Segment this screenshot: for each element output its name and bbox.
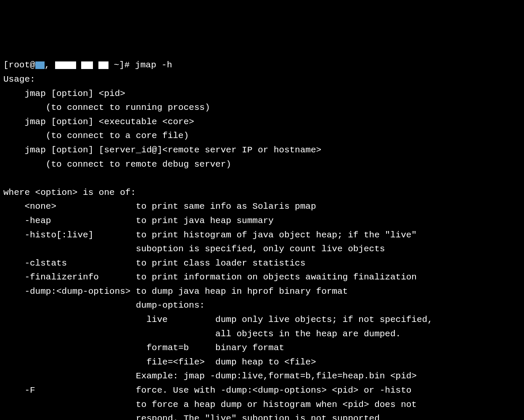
option-row: -finalizerinfo to print information on o… bbox=[3, 272, 417, 282]
option-desc: to force a heap dump or histogram when <… bbox=[136, 400, 417, 409]
option-row: live dump only live objects; if not spec… bbox=[3, 315, 433, 324]
option-row: file=<file> dump heap to <file> bbox=[3, 357, 316, 367]
redacted-host-2 bbox=[55, 61, 76, 69]
option-flag: -dump:<dump-options> bbox=[3, 287, 136, 296]
command-text[interactable]: jmap -h bbox=[135, 60, 172, 70]
option-flag: -histo[:live] bbox=[3, 230, 136, 240]
option-desc: to print same info as Solaris pmap bbox=[136, 202, 316, 211]
option-flag bbox=[3, 300, 136, 310]
option-row: -dump:<dump-options> to dump java heap i… bbox=[3, 287, 348, 296]
usage-line: jmap [option] <executable <core> bbox=[3, 117, 194, 127]
option-desc: to dump java heap in hprof binary format bbox=[136, 287, 348, 296]
usage-line: jmap [option] [server_id@]<remote server… bbox=[3, 145, 321, 155]
shell-prompt: [root@, ~]# jmap -h bbox=[3, 60, 172, 70]
option-row: -histo[:live] to print histogram of java… bbox=[3, 230, 417, 240]
prompt-middle: , bbox=[45, 60, 50, 70]
option-desc: format=b binary format bbox=[136, 343, 284, 353]
option-row: respond. The "live" suboption is not sup… bbox=[3, 414, 380, 420]
option-desc: to print information on objects awaiting… bbox=[136, 272, 417, 282]
option-row: format=b binary format bbox=[3, 343, 284, 353]
option-desc: force. Use with -dump:<dump-options> <pi… bbox=[136, 385, 411, 395]
option-desc: file=<file> dump heap to <file> bbox=[136, 357, 316, 367]
usage-line: (to connect to remote debug server) bbox=[3, 159, 231, 169]
option-desc: dump-options: bbox=[136, 300, 205, 310]
option-desc: respond. The "live" suboption is not sup… bbox=[136, 414, 380, 420]
redacted-host-3 bbox=[81, 61, 93, 69]
option-flag: -F bbox=[3, 385, 136, 395]
option-row: to force a heap dump or histogram when <… bbox=[3, 400, 417, 409]
option-desc: suboption is specified, only count live … bbox=[136, 244, 385, 254]
option-row: Example: jmap -dump:live,format=b,file=h… bbox=[3, 371, 417, 381]
option-row: -heap to print java heap summary bbox=[3, 216, 274, 226]
option-desc: to print java heap summary bbox=[136, 216, 274, 226]
option-flag bbox=[3, 400, 136, 409]
option-flag bbox=[3, 315, 136, 324]
prompt-suffix: ~]# bbox=[109, 60, 135, 70]
usage-line: (to connect to running process) bbox=[3, 103, 210, 112]
option-flag bbox=[3, 343, 136, 353]
option-flag: -heap bbox=[3, 216, 136, 226]
option-flag bbox=[3, 414, 136, 420]
option-desc: Example: jmap -dump:live,format=b,file=h… bbox=[136, 371, 417, 381]
option-row: -clstats to print class loader statistic… bbox=[3, 258, 305, 268]
option-flag bbox=[3, 371, 136, 381]
usage-header: Usage: bbox=[3, 74, 35, 84]
usage-line: (to connect to a core file) bbox=[3, 131, 189, 141]
redacted-host-1 bbox=[35, 61, 45, 69]
option-desc: all objects in the heap are dumped. bbox=[136, 329, 401, 339]
option-row: suboption is specified, only count live … bbox=[3, 244, 385, 254]
option-desc: to print class loader statistics bbox=[136, 258, 305, 268]
redacted-host-4 bbox=[98, 61, 109, 69]
option-desc: to print histogram of java object heap; … bbox=[136, 230, 417, 240]
option-flag: -clstats bbox=[3, 258, 136, 268]
option-row: all objects in the heap are dumped. bbox=[3, 329, 401, 339]
option-row: dump-options: bbox=[3, 300, 205, 310]
option-row: -F force. Use with -dump:<dump-options> … bbox=[3, 385, 411, 395]
prompt-prefix: [root@ bbox=[3, 60, 35, 70]
option-row: <none> to print same info as Solaris pma… bbox=[3, 202, 316, 211]
usage-line: jmap [option] <pid> bbox=[3, 89, 125, 98]
option-flag bbox=[3, 329, 136, 339]
terminal-output: [root@, ~]# jmap -h Usage: jmap [option]… bbox=[3, 58, 521, 420]
option-flag bbox=[3, 244, 136, 254]
option-desc: live dump only live objects; if not spec… bbox=[136, 315, 433, 324]
option-flag bbox=[3, 357, 136, 367]
option-flag: <none> bbox=[3, 202, 136, 211]
option-flag: -finalizerinfo bbox=[3, 272, 136, 282]
where-header: where <option> is one of: bbox=[3, 188, 136, 197]
